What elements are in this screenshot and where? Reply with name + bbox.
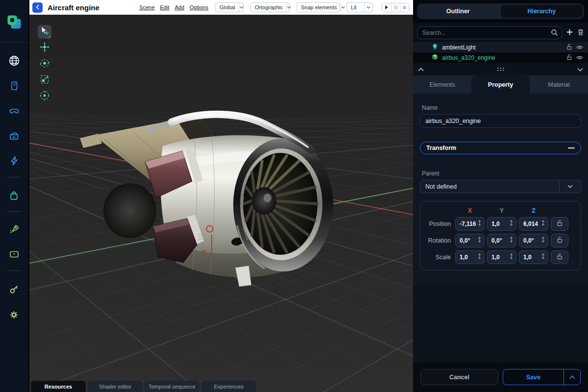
app-logo-icon[interactable] — [6, 14, 23, 30]
tool-rotate[interactable] — [38, 57, 51, 71]
position-x-input[interactable]: -7,116 — [455, 217, 485, 231]
tab-elements[interactable]: Elements — [413, 75, 471, 94]
add-node-button[interactable] — [566, 29, 573, 37]
rotation-z-input[interactable]: 0,0° — [519, 234, 548, 247]
unlock-icon[interactable] — [566, 43, 572, 52]
search-input[interactable] — [417, 26, 562, 39]
tab-temporal-sequence[interactable]: Temporal sequence — [145, 381, 199, 392]
parent-select[interactable]: Not defined — [420, 180, 581, 193]
name-field[interactable] — [420, 114, 581, 128]
spinner-icon[interactable] — [477, 236, 482, 245]
pause-button[interactable] — [391, 3, 400, 12]
media-card-icon — [8, 248, 20, 262]
back-button[interactable] — [32, 2, 43, 13]
tree-row-engine[interactable]: airbus_a320_engine — [413, 52, 588, 63]
menu-add[interactable]: Add — [175, 4, 185, 10]
rotate-icon — [39, 58, 50, 71]
eye-icon[interactable] — [576, 43, 583, 52]
shopping-bag-icon — [8, 190, 20, 203]
spinner-icon[interactable] — [509, 236, 514, 245]
spinner-icon[interactable] — [477, 253, 482, 262]
sidebar-item-lightning[interactable] — [0, 153, 28, 171]
snap-select[interactable]: Snap elements — [296, 2, 340, 12]
tab-shader-editor[interactable]: Shader editor — [88, 381, 143, 392]
inspector-tab-bar: Elements Property Material — [413, 75, 588, 94]
menu-options[interactable]: Options — [190, 4, 208, 10]
tab-material[interactable]: Material — [530, 75, 588, 94]
tool-transform[interactable] — [38, 90, 51, 103]
bottom-panel-tabs: Resources Shader editor Temporal sequenc… — [31, 381, 256, 392]
projection-select[interactable]: Ortographic — [250, 2, 290, 12]
chevron-down-icon — [239, 3, 244, 12]
sidebar-item-settings[interactable] — [0, 307, 28, 324]
tab-resources[interactable]: Resources — [31, 381, 86, 392]
coordinate-space-select[interactable]: Global — [215, 2, 244, 12]
plus-icon — [566, 29, 573, 37]
shading-select[interactable]: Lit — [346, 2, 373, 12]
menu-edit[interactable]: Edit — [160, 4, 170, 10]
rotation-row-label: Rotation — [425, 237, 453, 244]
tab-outliner[interactable]: Outliner — [417, 3, 499, 19]
vr-headset-icon — [8, 130, 20, 144]
delete-node-button[interactable] — [577, 28, 584, 37]
node-label: ambientLight — [442, 44, 562, 51]
unlock-icon[interactable] — [566, 53, 572, 62]
drag-handle[interactable] — [424, 67, 577, 72]
eye-icon[interactable] — [576, 53, 583, 62]
right-panel: Outliner Hierarchy — [413, 0, 588, 392]
cancel-button[interactable]: Cancel — [420, 369, 498, 385]
collapse-down-button[interactable] — [577, 65, 583, 74]
scale-x-input[interactable]: 1,0 — [455, 250, 485, 264]
spinner-icon[interactable] — [509, 220, 514, 228]
sidebar-item-mobile[interactable] — [0, 78, 28, 96]
rocket-icon — [8, 223, 20, 237]
viewport-canvas[interactable] — [29, 15, 413, 392]
globe-icon — [8, 55, 20, 69]
position-lock-button[interactable] — [551, 217, 568, 231]
chevron-left-icon — [35, 3, 40, 12]
sidebar-item-vr-headset[interactable] — [0, 128, 28, 146]
unlock-icon — [556, 236, 563, 245]
collapse-up-button[interactable] — [418, 65, 424, 74]
scale-lock-button[interactable] — [551, 250, 568, 264]
scale-z-input[interactable]: 1,0 — [519, 250, 548, 264]
tab-hierarchy[interactable]: Hierarchy — [501, 5, 583, 18]
rotation-x-input[interactable]: 0,0° — [455, 234, 485, 247]
tool-move[interactable] — [38, 41, 51, 55]
transform-section-header[interactable]: Transform — [420, 142, 581, 154]
sidebar-item-vr-glasses[interactable] — [0, 103, 28, 121]
stop-button[interactable] — [400, 3, 409, 12]
spinner-icon[interactable] — [541, 220, 545, 228]
sidebar-item-media[interactable] — [0, 246, 28, 264]
save-button-label[interactable]: Save — [503, 369, 564, 385]
spinner-icon[interactable] — [477, 220, 482, 228]
top-toolbar: Aircraft engine Scene Edit Add Options G… — [29, 0, 413, 15]
tool-select[interactable] — [38, 25, 51, 39]
menu-scene[interactable]: Scene — [139, 4, 154, 10]
spinner-icon[interactable] — [541, 253, 545, 262]
settings-gear-icon — [8, 309, 20, 322]
scale-y-input[interactable]: 1,0 — [487, 250, 516, 264]
tool-scale[interactable] — [38, 74, 51, 87]
vr-glasses-icon — [8, 105, 20, 119]
panel-footer: Cancel Save — [413, 362, 588, 392]
mesh-cube-icon — [432, 53, 438, 62]
position-z-input[interactable]: 6,014 — [519, 217, 548, 231]
tab-experiences[interactable]: Experiences — [201, 381, 256, 392]
tree-row-ambient-light[interactable]: ambientLight — [413, 42, 588, 52]
sidebar-item-shop[interactable] — [0, 188, 28, 205]
rotation-lock-button[interactable] — [551, 234, 568, 247]
sidebar-item-publish[interactable] — [0, 221, 28, 239]
sidebar-item-access[interactable] — [0, 281, 28, 299]
tab-property[interactable]: Property — [471, 75, 530, 94]
save-options-button[interactable] — [564, 369, 580, 385]
rotation-y-input[interactable]: 0,0° — [487, 234, 516, 247]
parent-field-label: Parent — [422, 170, 581, 177]
spinner-icon[interactable] — [509, 253, 514, 262]
play-button[interactable] — [382, 3, 391, 12]
spinner-icon[interactable] — [541, 236, 545, 245]
play-icon — [385, 5, 388, 9]
save-button[interactable]: Save — [503, 369, 581, 385]
outliner-header: Outliner Hierarchy — [413, 0, 588, 23]
position-y-input[interactable]: 1,0 — [487, 217, 516, 231]
